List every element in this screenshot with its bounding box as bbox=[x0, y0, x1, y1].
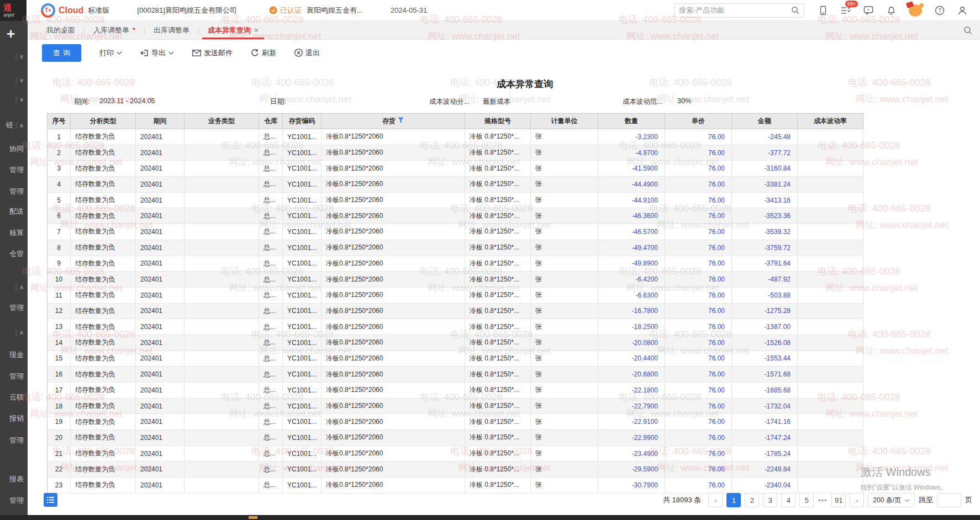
cell-fluct-rate[interactable] bbox=[798, 272, 863, 288]
cell-index[interactable]: 18 bbox=[48, 398, 71, 414]
cell-biz-type[interactable] bbox=[185, 398, 259, 414]
cell-inventory-name[interactable]: 冷板0.8*1250*2060 bbox=[322, 430, 465, 446]
cell-biz-type[interactable] bbox=[185, 177, 259, 193]
cell-inventory-code[interactable]: YC1001... bbox=[283, 208, 322, 224]
table-row[interactable]: 11结存数量为负202401总...YC1001...冷板0.8*1250*20… bbox=[48, 287, 863, 303]
cell-index[interactable]: 7 bbox=[48, 224, 71, 240]
cell-biz-type[interactable] bbox=[185, 367, 259, 383]
cell-inventory-name[interactable]: 冷板0.8*1250*2060 bbox=[322, 272, 465, 288]
cell-warehouse[interactable]: 总... bbox=[259, 161, 283, 177]
cell-inventory-code[interactable]: YC1001... bbox=[283, 351, 322, 367]
cell-index[interactable]: 6 bbox=[48, 208, 71, 224]
cell-index[interactable]: 1 bbox=[48, 129, 71, 145]
cell-index[interactable]: 10 bbox=[48, 272, 71, 288]
cell-fluct-rate[interactable] bbox=[798, 303, 863, 319]
page-button-2[interactable]: 2 bbox=[745, 493, 759, 507]
cell-inventory-name[interactable]: 冷板0.8*1250*2060 bbox=[322, 224, 465, 240]
sidebar-collapse-toggle[interactable]: |∨ bbox=[0, 93, 28, 106]
cell-inventory-code[interactable]: YC1001... bbox=[283, 177, 322, 193]
cell-period[interactable]: 202401 bbox=[136, 430, 185, 446]
cell-fluct-rate[interactable] bbox=[798, 192, 863, 208]
cell-inventory-code[interactable]: YC1001... bbox=[283, 461, 322, 477]
cell-analysis-type[interactable]: 结存数量为负 bbox=[71, 240, 136, 256]
page-button-last[interactable]: 91 bbox=[831, 493, 846, 507]
support-mascot-icon[interactable] bbox=[908, 5, 923, 16]
cell-fluct-rate[interactable] bbox=[798, 177, 863, 193]
cell-biz-type[interactable] bbox=[185, 129, 259, 145]
cell-inventory-name[interactable]: 冷板0.8*1250*2060 bbox=[322, 477, 465, 494]
cell-biz-type[interactable] bbox=[185, 319, 259, 335]
cell-amount[interactable]: -1275.28 bbox=[732, 303, 798, 319]
cell-period[interactable]: 202401 bbox=[136, 414, 185, 430]
cell-analysis-type[interactable]: 结存数量为负 bbox=[71, 319, 136, 335]
cell-unit[interactable]: 张 bbox=[531, 177, 598, 193]
cell-inventory-code[interactable]: YC1001... bbox=[283, 303, 322, 319]
cell-biz-type[interactable] bbox=[185, 303, 259, 319]
sidebar-item-管理[interactable]: 管理 bbox=[0, 163, 28, 177]
cell-fluct-rate[interactable] bbox=[798, 398, 863, 414]
cell-analysis-type[interactable]: 结存数量为负 bbox=[71, 256, 136, 272]
sidebar-collapse-toggle[interactable]: |∨ bbox=[0, 50, 28, 63]
cell-period[interactable]: 202401 bbox=[136, 256, 185, 272]
cell-amount[interactable]: -1553.44 bbox=[732, 351, 798, 367]
cell-qty[interactable]: -46.5700 bbox=[598, 224, 665, 240]
cell-inventory-name[interactable]: 冷板0.8*1250*2060 bbox=[322, 367, 465, 383]
prev-page-button[interactable]: ‹ bbox=[708, 493, 723, 507]
cell-index[interactable]: 17 bbox=[48, 383, 71, 399]
table-row[interactable]: 7结存数量为负202401总...YC1001...冷板0.8*1250*206… bbox=[48, 224, 863, 240]
product-search-box[interactable] bbox=[674, 3, 804, 18]
cell-amount[interactable]: -1571.68 bbox=[732, 367, 798, 383]
sidebar-item-管理[interactable]: 管理 bbox=[0, 434, 28, 447]
table-row[interactable]: 22结存数量为负202401总...YC1001...冷板0.8*1250*20… bbox=[48, 461, 863, 477]
cell-spec[interactable]: 冷板 0.8*1250*... bbox=[465, 319, 531, 335]
cell-qty[interactable]: -22.1800 bbox=[598, 383, 665, 399]
cell-warehouse[interactable]: 总... bbox=[259, 398, 283, 414]
header-cell-spec[interactable]: 规格型号 bbox=[465, 114, 531, 129]
cell-index[interactable]: 8 bbox=[48, 240, 71, 256]
cell-amount[interactable]: -1785.24 bbox=[732, 445, 798, 461]
sidebar-item-管理[interactable]: 管理 bbox=[0, 494, 28, 507]
cell-unit[interactable]: 张 bbox=[531, 208, 598, 224]
cell-inventory-name[interactable]: 冷板0.8*1250*2060 bbox=[322, 287, 465, 303]
cell-qty[interactable]: -23.4900 bbox=[598, 445, 665, 461]
cell-price[interactable]: 76.00 bbox=[665, 461, 732, 477]
cell-period[interactable]: 202401 bbox=[136, 161, 185, 177]
cell-index[interactable]: 5 bbox=[48, 192, 71, 208]
cell-index[interactable]: 16 bbox=[48, 367, 71, 383]
cell-unit[interactable]: 张 bbox=[531, 161, 598, 177]
bell-icon[interactable] bbox=[886, 5, 897, 16]
cell-spec[interactable]: 冷板 0.8*1250*... bbox=[465, 161, 531, 177]
cell-qty[interactable]: -22.9100 bbox=[598, 414, 665, 430]
cell-inventory-code[interactable]: YC1001... bbox=[283, 319, 322, 335]
cell-index[interactable]: 13 bbox=[48, 319, 71, 335]
cell-fluct-rate[interactable] bbox=[798, 129, 863, 145]
cell-unit[interactable]: 张 bbox=[531, 430, 598, 446]
table-row[interactable]: 4结存数量为负202401总...YC1001...冷板0.8*1250*206… bbox=[48, 177, 863, 193]
cell-qty[interactable]: -41.5900 bbox=[598, 161, 665, 177]
cell-inventory-code[interactable]: YC1001... bbox=[283, 240, 322, 256]
cell-price[interactable]: 76.00 bbox=[665, 398, 732, 414]
tab-inbound-adjust[interactable]: 入库调整单 * bbox=[85, 21, 144, 39]
query-button[interactable]: 查询 bbox=[42, 44, 81, 62]
cell-price[interactable]: 76.00 bbox=[665, 414, 732, 430]
cell-amount[interactable]: -1741.16 bbox=[732, 414, 798, 430]
cell-warehouse[interactable]: 总... bbox=[259, 287, 283, 303]
cell-inventory-name[interactable]: 冷板0.8*1250*2060 bbox=[322, 414, 465, 430]
cell-qty[interactable]: -30.7900 bbox=[598, 477, 665, 494]
cell-analysis-type[interactable]: 结存数量为负 bbox=[71, 430, 136, 446]
cell-warehouse[interactable]: 总... bbox=[259, 177, 283, 193]
fluct-type-value[interactable]: 最新成本 bbox=[483, 97, 510, 107]
cell-qty[interactable]: -49.8900 bbox=[598, 256, 665, 272]
table-row[interactable]: 12结存数量为负202401总...YC1001...冷板0.8*1250*20… bbox=[48, 303, 863, 319]
cell-qty[interactable]: -29.5900 bbox=[598, 461, 665, 477]
cell-spec[interactable]: 冷板 0.8*1250*... bbox=[465, 430, 531, 446]
cell-period[interactable]: 202401 bbox=[136, 208, 185, 224]
cell-inventory-name[interactable]: 冷板0.8*1250*2060 bbox=[322, 398, 465, 414]
cell-biz-type[interactable] bbox=[185, 445, 259, 461]
page-button-1[interactable]: 1 bbox=[726, 493, 741, 507]
cell-inventory-name[interactable]: 冷板0.8*1250*2060 bbox=[322, 319, 465, 335]
header-cell-price[interactable]: 单价 bbox=[665, 114, 732, 129]
cell-analysis-type[interactable]: 结存数量为负 bbox=[71, 177, 136, 193]
cell-spec[interactable]: 冷板 0.8*1250*... bbox=[465, 414, 531, 430]
header-cell-unit[interactable]: 计量单位 bbox=[531, 114, 598, 129]
